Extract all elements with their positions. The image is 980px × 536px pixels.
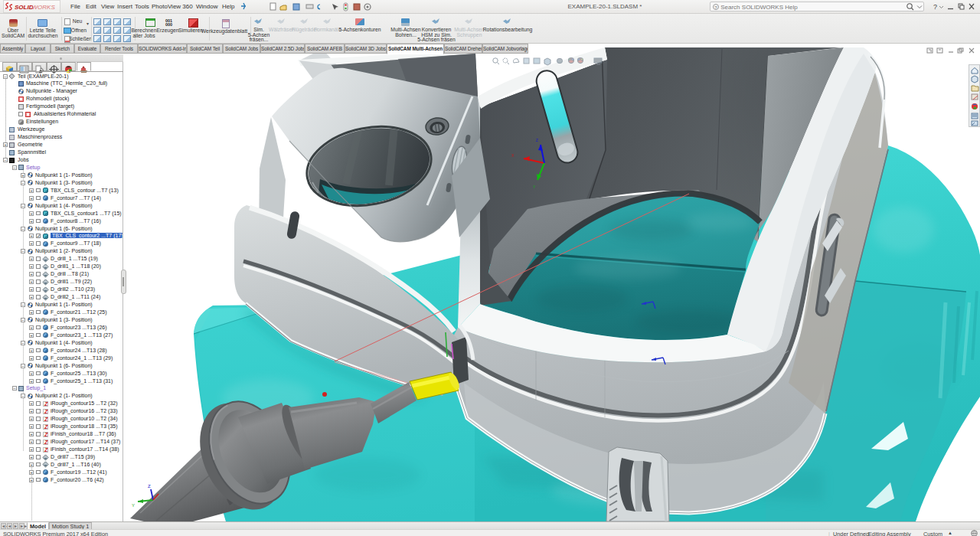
svg-text:WORKS: WORKS	[32, 4, 56, 11]
svg-text:Z: Z	[148, 484, 151, 489]
svg-text:SOLID: SOLID	[15, 4, 34, 11]
svg-text:Z: Z	[536, 138, 538, 142]
svg-text:?: ?	[933, 3, 937, 11]
svg-text:Y: Y	[132, 503, 135, 508]
